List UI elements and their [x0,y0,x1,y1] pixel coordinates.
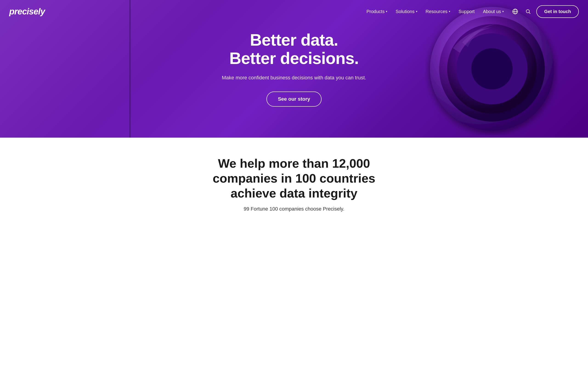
nav-link-products[interactable]: Products ▾ [363,7,390,16]
hero-title-line1: Better data. [250,31,338,49]
chevron-down-icon: ▾ [502,10,504,13]
logo-text: precisely [9,7,45,16]
nav-icons [510,7,533,16]
stats-heading: We help more than 12,000 companies in 10… [204,156,384,200]
svg-point-12 [471,48,513,90]
nav-link-about[interactable]: About us ▾ [480,7,507,16]
globe-button[interactable] [510,7,520,16]
see-our-story-button[interactable]: See our story [267,92,322,107]
nav-link-resources[interactable]: Resources ▾ [422,7,454,16]
nav-item-products[interactable]: Products ▾ [363,7,390,16]
stats-section: We help more than 12,000 companies in 10… [0,138,588,226]
chevron-down-icon: ▾ [449,10,450,13]
nav-item-support[interactable]: Support [455,7,478,16]
hero-subtitle: Make more confident business decisions w… [222,74,366,81]
nav-link-solutions[interactable]: Solutions ▾ [392,7,420,16]
hero-title: Better data. Better decisions. [222,31,366,67]
search-icon [525,9,531,14]
stats-subtext: 99 Fortune 100 companies choose Precisel… [9,206,579,212]
nav-links: Products ▾ Solutions ▾ Resources ▾ Suppo… [363,7,507,16]
nav-item-solutions[interactable]: Solutions ▾ [392,7,420,16]
nav-item-about[interactable]: About us ▾ [480,7,507,16]
chevron-down-icon: ▾ [416,10,417,13]
nav-link-support[interactable]: Support [455,7,478,16]
logo[interactable]: precisely [9,7,45,17]
hero-content: Better data. Better decisions. Make more… [213,31,376,106]
svg-line-4 [529,13,531,14]
chevron-down-icon: ▾ [386,10,387,13]
search-button[interactable] [523,7,533,16]
nav-item-resources[interactable]: Resources ▾ [422,7,454,16]
main-nav: precisely Products ▾ Solutions ▾ Resourc… [0,0,588,23]
globe-icon [512,8,518,15]
get-in-touch-button[interactable]: Get in touch [536,5,579,18]
hero-title-line2: Better decisions. [229,49,359,67]
svg-point-3 [526,10,529,13]
